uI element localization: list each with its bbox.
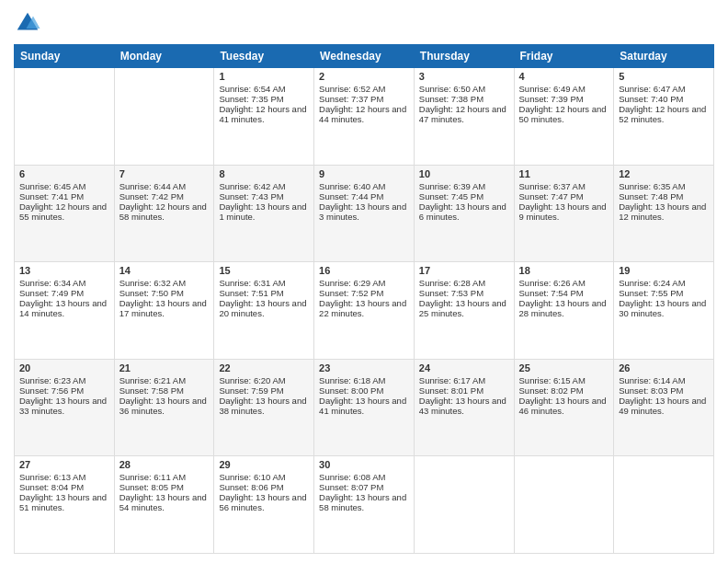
day-info: Sunset: 8:04 PM: [19, 482, 109, 492]
table-row: 23Sunrise: 6:18 AMSunset: 8:00 PMDayligh…: [314, 359, 415, 456]
day-info: Sunrise: 6:50 AM: [419, 84, 509, 94]
day-info: Daylight: 13 hours and 56 minutes.: [219, 492, 309, 512]
day-info: Daylight: 12 hours and 58 minutes.: [119, 201, 210, 222]
day-info: Daylight: 13 hours and 43 minutes.: [419, 396, 509, 416]
day-info: Sunrise: 6:18 AM: [319, 375, 409, 385]
day-info: Sunset: 7:41 PM: [19, 191, 109, 201]
table-row: 21Sunrise: 6:21 AMSunset: 7:58 PMDayligh…: [114, 359, 214, 456]
day-info: Sunrise: 6:13 AM: [19, 472, 109, 482]
day-number: 16: [319, 265, 409, 276]
day-number: 30: [319, 459, 409, 470]
day-number: 2: [319, 71, 409, 82]
day-info: Sunset: 7:38 PM: [419, 94, 509, 104]
day-info: Daylight: 13 hours and 41 minutes.: [319, 396, 409, 416]
table-row: 14Sunrise: 6:32 AMSunset: 7:50 PMDayligh…: [114, 262, 214, 360]
day-info: Sunset: 7:43 PM: [219, 191, 309, 201]
day-info: Daylight: 12 hours and 47 minutes.: [419, 104, 509, 124]
day-info: Sunset: 8:06 PM: [219, 482, 309, 492]
table-row: 19Sunrise: 6:24 AMSunset: 7:55 PMDayligh…: [614, 262, 714, 360]
day-info: Sunrise: 6:32 AM: [119, 278, 210, 288]
day-info: Daylight: 13 hours and 25 minutes.: [419, 298, 509, 318]
table-row: 6Sunrise: 6:45 AMSunset: 7:41 PMDaylight…: [15, 165, 115, 262]
table-row: 3Sunrise: 6:50 AMSunset: 7:38 PMDaylight…: [414, 68, 514, 166]
day-number: 10: [419, 168, 509, 179]
day-number: 11: [519, 168, 609, 179]
table-row: 18Sunrise: 6:26 AMSunset: 7:54 PMDayligh…: [514, 262, 614, 360]
day-number: 6: [19, 168, 109, 179]
day-info: Sunrise: 6:35 AM: [619, 181, 709, 191]
day-info: Sunset: 8:05 PM: [119, 482, 210, 492]
day-number: 4: [519, 71, 609, 82]
day-number: 12: [619, 168, 709, 179]
calendar-header-monday: Monday: [114, 45, 214, 68]
day-info: Sunrise: 6:29 AM: [319, 278, 409, 288]
logo-icon: [14, 9, 41, 37]
calendar-header-saturday: Saturday: [614, 45, 714, 68]
day-info: Daylight: 12 hours and 55 minutes.: [19, 201, 109, 222]
day-info: Sunrise: 6:15 AM: [519, 375, 609, 385]
table-row: 4Sunrise: 6:49 AMSunset: 7:39 PMDaylight…: [514, 68, 614, 166]
table-row: 5Sunrise: 6:47 AMSunset: 7:40 PMDaylight…: [614, 68, 714, 166]
day-info: Daylight: 13 hours and 58 minutes.: [319, 492, 409, 512]
day-number: 14: [119, 265, 210, 276]
day-info: Daylight: 13 hours and 49 minutes.: [619, 396, 709, 416]
table-row: 9Sunrise: 6:40 AMSunset: 7:44 PMDaylight…: [314, 165, 415, 262]
day-info: Daylight: 12 hours and 41 minutes.: [219, 104, 309, 124]
day-info: Sunset: 7:50 PM: [119, 288, 210, 298]
day-info: Sunset: 7:54 PM: [519, 288, 609, 298]
day-number: 20: [19, 362, 109, 373]
day-info: Sunrise: 6:26 AM: [519, 278, 609, 288]
table-row: 2Sunrise: 6:52 AMSunset: 7:37 PMDaylight…: [314, 68, 415, 166]
day-info: Sunrise: 6:14 AM: [619, 375, 709, 385]
day-info: Daylight: 13 hours and 17 minutes.: [119, 298, 210, 318]
day-info: Daylight: 13 hours and 54 minutes.: [119, 492, 210, 512]
calendar-week-row: 13Sunrise: 6:34 AMSunset: 7:49 PMDayligh…: [15, 262, 714, 360]
day-info: Sunrise: 6:17 AM: [419, 375, 509, 385]
table-row: 7Sunrise: 6:44 AMSunset: 7:42 PMDaylight…: [114, 165, 214, 262]
day-number: 27: [19, 459, 109, 470]
table-row: 24Sunrise: 6:17 AMSunset: 8:01 PMDayligh…: [414, 359, 514, 456]
day-info: Sunset: 7:35 PM: [219, 94, 309, 104]
day-info: Daylight: 12 hours and 44 minutes.: [319, 104, 409, 124]
day-info: Sunrise: 6:10 AM: [219, 472, 309, 482]
day-info: Sunrise: 6:11 AM: [119, 472, 210, 482]
day-info: Sunrise: 6:20 AM: [219, 375, 309, 385]
day-info: Sunset: 7:52 PM: [319, 288, 409, 298]
table-row: 30Sunrise: 6:08 AMSunset: 8:07 PMDayligh…: [314, 456, 415, 554]
day-info: Sunset: 7:39 PM: [519, 94, 609, 104]
calendar-week-row: 1Sunrise: 6:54 AMSunset: 7:35 PMDaylight…: [15, 68, 714, 166]
day-info: Sunrise: 6:34 AM: [19, 278, 109, 288]
day-info: Sunrise: 6:24 AM: [619, 278, 709, 288]
day-info: Daylight: 13 hours and 12 minutes.: [619, 201, 709, 222]
calendar-header-wednesday: Wednesday: [314, 45, 415, 68]
day-info: Daylight: 13 hours and 1 minute.: [219, 201, 309, 222]
table-row: 17Sunrise: 6:28 AMSunset: 7:53 PMDayligh…: [414, 262, 514, 360]
day-info: Daylight: 13 hours and 33 minutes.: [19, 396, 109, 416]
table-row: 25Sunrise: 6:15 AMSunset: 8:02 PMDayligh…: [514, 359, 614, 456]
day-info: Sunrise: 6:21 AM: [119, 375, 210, 385]
day-info: Sunrise: 6:23 AM: [19, 375, 109, 385]
logo: [14, 9, 45, 37]
table-row: [614, 456, 714, 554]
day-info: Sunset: 8:02 PM: [519, 385, 609, 396]
day-info: Sunset: 7:40 PM: [619, 94, 709, 104]
day-info: Daylight: 12 hours and 50 minutes.: [519, 104, 609, 124]
calendar-header-sunday: Sunday: [15, 45, 115, 68]
table-row: 12Sunrise: 6:35 AMSunset: 7:48 PMDayligh…: [614, 165, 714, 262]
day-info: Sunset: 7:47 PM: [519, 191, 609, 201]
day-info: Sunset: 7:53 PM: [419, 288, 509, 298]
day-info: Sunrise: 6:31 AM: [219, 278, 309, 288]
day-number: 13: [19, 265, 109, 276]
day-info: Sunrise: 6:45 AM: [19, 181, 109, 191]
day-info: Sunrise: 6:47 AM: [619, 84, 709, 94]
table-row: 26Sunrise: 6:14 AMSunset: 8:03 PMDayligh…: [614, 359, 714, 456]
day-info: Sunrise: 6:28 AM: [419, 278, 509, 288]
day-number: 24: [419, 362, 509, 373]
day-number: 15: [219, 265, 309, 276]
calendar-header-friday: Friday: [514, 45, 614, 68]
table-row: 10Sunrise: 6:39 AMSunset: 7:45 PMDayligh…: [414, 165, 514, 262]
calendar-table: SundayMondayTuesdayWednesdayThursdayFrid…: [14, 44, 714, 554]
calendar-week-row: 20Sunrise: 6:23 AMSunset: 7:56 PMDayligh…: [15, 359, 714, 456]
calendar-week-row: 6Sunrise: 6:45 AMSunset: 7:41 PMDaylight…: [15, 165, 714, 262]
day-number: 22: [219, 362, 309, 373]
